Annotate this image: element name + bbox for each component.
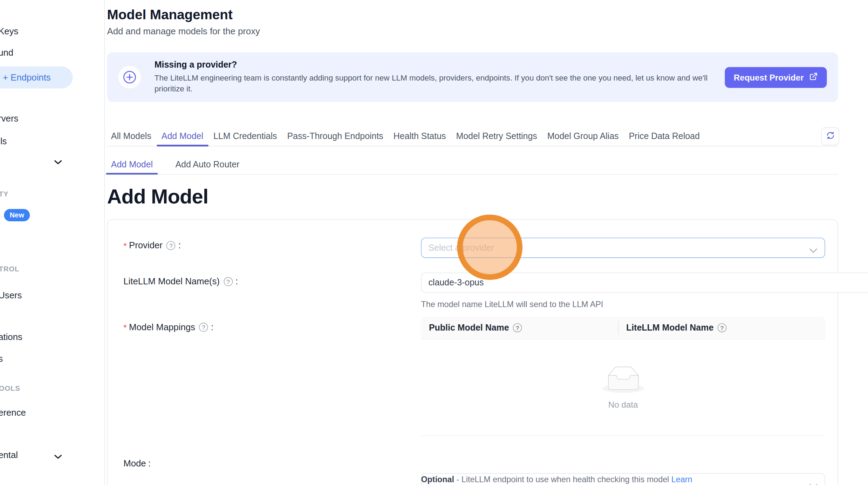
question-circle-icon[interactable]: ?: [224, 277, 233, 286]
add-model-heading: Add Model: [107, 183, 209, 209]
sidebar-item-playground[interactable]: und: [0, 48, 13, 58]
provider-select[interactable]: Select a provider: [421, 238, 825, 258]
mappings-table-header: Public Model Name ? LiteLLM Model Name ?: [421, 317, 825, 340]
external-link-icon: [809, 72, 818, 83]
page-subtitle: Add and manage models for the proxy: [107, 27, 260, 37]
subtab-add-model[interactable]: Add Model: [106, 158, 158, 174]
required-marker: *: [123, 323, 127, 332]
sidebar-item-models-endpoints-active[interactable]: + Endpoints: [0, 67, 73, 89]
model-tabs: All Models Add Model LLM Credentials Pas…: [106, 130, 705, 145]
question-circle-icon[interactable]: ?: [718, 323, 727, 332]
sidebar-item-internal-users[interactable]: Users: [0, 291, 22, 301]
provider-placeholder: Select a provider: [428, 243, 494, 253]
litellm-model-name-header: LiteLLM Model Name ?: [618, 323, 729, 333]
request-provider-button[interactable]: Request Provider: [725, 67, 827, 88]
model-name-label: LiteLLM Model Name(s) ? :: [123, 277, 238, 287]
question-circle-icon[interactable]: ?: [513, 323, 522, 332]
chevron-down-icon: [809, 481, 818, 485]
sidebar-item-label: + Endpoints: [3, 72, 51, 83]
missing-provider-banner: Missing a provider? The LiteLLM engineer…: [107, 53, 838, 102]
sidebar-section-tools: OOLS: [0, 385, 20, 393]
sidebar-item-virtual-keys[interactable]: Keys: [0, 27, 18, 37]
model-name-helper: The model name LiteLLM will send to the …: [421, 300, 603, 309]
page-title: Model Management: [107, 7, 233, 22]
sidebar-item-inference[interactable]: erence: [0, 408, 26, 418]
tabs-divider: [107, 146, 838, 147]
app-window: Keys und + Endpoints rvers ils TY New TR…: [0, 0, 868, 485]
chevron-down-icon[interactable]: [54, 452, 62, 457]
tab-add-model[interactable]: Add Model: [156, 130, 208, 145]
model-mappings-table: Public Model Name ? LiteLLM Model Name ?: [421, 317, 825, 436]
mode-helper: Optional - LiteLLM endpoint to use when …: [421, 475, 692, 484]
sidebar-item-mcp-servers[interactable]: rvers: [0, 114, 18, 124]
model-mappings-label: * Model Mappings ? :: [123, 322, 213, 332]
sidebar-item-teams[interactable]: s: [0, 354, 3, 364]
question-circle-icon[interactable]: ?: [199, 323, 208, 332]
provider-label: * Provider ? :: [123, 241, 181, 251]
subtabs-divider: [107, 174, 838, 175]
tab-pass-through-endpoints[interactable]: Pass-Through Endpoints: [282, 130, 388, 145]
no-data-text: No data: [608, 400, 638, 409]
tab-model-retry-settings[interactable]: Model Retry Settings: [451, 130, 542, 145]
sidebar: Keys und + Endpoints rvers ils TY New TR…: [0, 0, 105, 485]
tab-all-models[interactable]: All Models: [106, 130, 156, 145]
tab-health-status[interactable]: Health Status: [388, 130, 451, 145]
new-badge: New: [4, 209, 30, 221]
banner-title: Missing a provider?: [155, 60, 721, 70]
add-model-subtabs: Add Model Add Auto Router: [106, 158, 244, 174]
question-circle-icon[interactable]: ?: [166, 241, 176, 250]
refresh-icon: [826, 131, 834, 142]
column-divider: [618, 321, 619, 335]
tab-model-group-alias[interactable]: Model Group Alias: [542, 130, 624, 145]
sidebar-item-experimental[interactable]: ental: [0, 450, 18, 460]
chevron-down-icon: [809, 245, 818, 256]
mode-label: Mode :: [123, 458, 151, 469]
refresh-button[interactable]: [821, 127, 839, 145]
sidebar-section-access-control: TROL: [0, 265, 19, 273]
sidebar-item-organizations[interactable]: ations: [0, 332, 22, 342]
banner-body: The LiteLLM engineering team is constant…: [155, 72, 721, 94]
request-provider-label: Request Provider: [734, 72, 804, 82]
subtab-add-auto-router[interactable]: Add Auto Router: [170, 158, 245, 174]
inbox-icon: [602, 366, 644, 395]
public-model-name-header: Public Model Name ?: [421, 323, 618, 333]
add-model-form-card: * Provider ? : Select a provider LiteLLM…: [107, 219, 838, 485]
plus-circle-icon: [118, 66, 141, 88]
required-marker: *: [123, 241, 127, 250]
model-name-input[interactable]: [421, 272, 868, 293]
sidebar-item-guardrails[interactable]: ils: [0, 136, 7, 146]
learn-more-link[interactable]: Learn: [671, 475, 692, 484]
chevron-down-icon[interactable]: [54, 157, 62, 162]
sidebar-section-observability: TY: [0, 190, 8, 199]
tab-price-data-reload[interactable]: Price Data Reload: [624, 130, 705, 145]
tab-llm-credentials[interactable]: LLM Credentials: [208, 130, 282, 145]
mappings-empty-state: No data: [421, 340, 825, 436]
